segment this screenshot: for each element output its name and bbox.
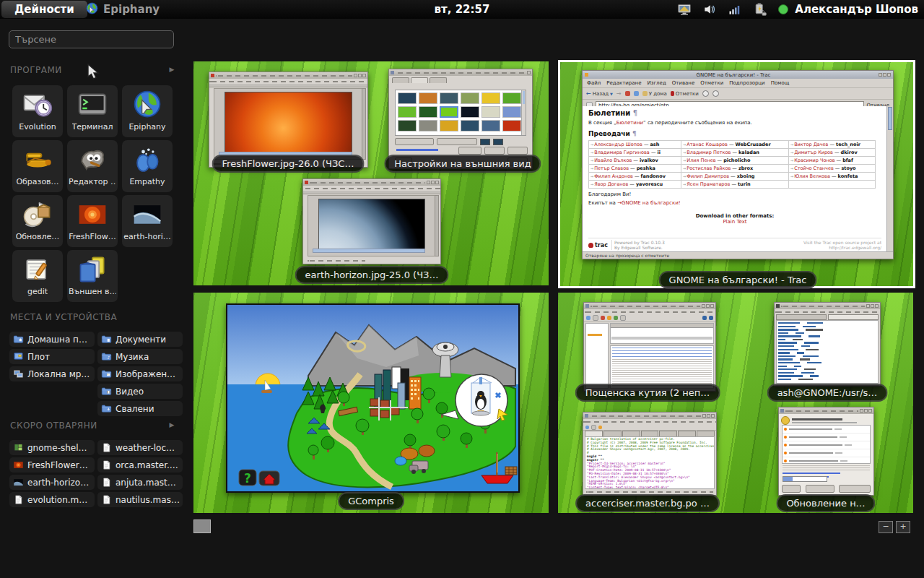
- workspace-indicator[interactable]: [193, 519, 211, 533]
- color-swatch-2[interactable]: [493, 139, 503, 145]
- wallpaper-thumbnail[interactable]: [398, 106, 417, 118]
- workspace-3[interactable]: ? GCompris: [193, 293, 549, 513]
- recent-item-document[interactable]: weather-loc…: [97, 440, 183, 455]
- place-item-folder-home[interactable]: Домашна п…: [9, 332, 95, 347]
- translator-cell[interactable]: Красимир Чонов — bfaf: [788, 157, 875, 165]
- wallpaper-thumbnail[interactable]: [398, 120, 417, 131]
- activities-button[interactable]: Дейности: [1, 1, 87, 18]
- translator-cell[interactable]: Стойчо Станчев — stoyo: [788, 165, 875, 173]
- browser-menu-item[interactable]: Подпрозорци: [729, 80, 764, 86]
- plain-text-link[interactable]: Plain Text: [588, 219, 881, 225]
- add-workspace-button[interactable]: +: [896, 521, 910, 533]
- place-item-folder-music[interactable]: ♪Музика: [97, 349, 183, 364]
- bulletins-link[interactable]: Бюлетини: [616, 120, 643, 126]
- translator-cell[interactable]: Илия Пенев — picholicho: [681, 157, 789, 165]
- wallpaper-thumbnail[interactable]: [461, 92, 479, 104]
- wallpaper-thumbnail[interactable]: [502, 106, 521, 118]
- clock[interactable]: вт, 22:57: [435, 0, 490, 19]
- color-swatch-1[interactable]: [480, 139, 490, 145]
- translator-cell[interactable]: Явор Доганов — yavorescu: [589, 181, 681, 189]
- remove-button[interactable]: [484, 147, 505, 155]
- wallpaper-thumbnail[interactable]: [481, 92, 500, 104]
- update-row[interactable]: [783, 434, 870, 441]
- translator-cell[interactable]: Владимир Петков — kaladan: [681, 149, 789, 157]
- place-item-desktop[interactable]: Плот: [9, 349, 95, 364]
- message-list[interactable]: [610, 323, 714, 344]
- terminal-output[interactable]: [776, 320, 879, 384]
- minimize-button[interactable]: [879, 73, 882, 77]
- forward-button[interactable]: →: [616, 90, 622, 97]
- window-gcompris[interactable]: ?: [226, 303, 520, 493]
- recent-item-document[interactable]: orca.master.…: [97, 457, 183, 473]
- browser-menu-item[interactable]: Изглед: [647, 80, 666, 86]
- browser-menu-item[interactable]: Редактиране: [606, 80, 641, 86]
- app-tile-evolution[interactable]: Evolution: [12, 85, 63, 137]
- translator-cell[interactable]: Ясен Праматаров — turin: [681, 181, 789, 189]
- app-tile-gimp[interactable]: Редактор …: [67, 140, 118, 192]
- translator-cell[interactable]: Виктор Дачев — tech_noir: [788, 141, 875, 149]
- zoom-in-icon[interactable]: [702, 90, 709, 97]
- bookmarks-button[interactable]: Отметки: [671, 91, 699, 97]
- install-updates-button[interactable]: [839, 485, 871, 493]
- window-update-manager[interactable]: [778, 407, 874, 496]
- app-tile-gedit[interactable]: gedit: [12, 250, 63, 302]
- check-button[interactable]: [806, 485, 834, 493]
- restore-button[interactable]: [458, 147, 481, 155]
- wallpaper-thumbnail[interactable]: [419, 92, 437, 104]
- add-button[interactable]: [507, 147, 528, 155]
- window-gedit[interactable]: # Bulgarian translation of accerciser po…: [583, 412, 717, 496]
- browser-menu-item[interactable]: Отметки: [700, 80, 723, 86]
- translator-cell[interactable]: Димитър Киров — dkirov: [788, 149, 875, 157]
- app-tile-appearance[interactable]: Външен в…: [67, 250, 118, 302]
- recent-item-image-screenshot[interactable]: gnome-shel…: [9, 440, 95, 455]
- reload-button[interactable]: [634, 91, 639, 96]
- wallpaper-thumbnail[interactable]: [502, 92, 521, 104]
- wallpaper-thumbnail[interactable]: [481, 120, 500, 131]
- home-button[interactable]: У дома: [642, 91, 667, 97]
- network-signal-icon[interactable]: [728, 2, 742, 17]
- window-evolution-mail[interactable]: [583, 302, 716, 392]
- presence-status-icon[interactable]: [778, 4, 788, 14]
- browser-menu-item[interactable]: Отиване: [672, 80, 694, 86]
- translator-cell[interactable]: Ивайло Вълков — ivalkov: [589, 157, 681, 165]
- app-tile-empathy[interactable]: Empathy: [122, 140, 173, 192]
- browser-menu-item[interactable]: Помощ: [771, 80, 790, 86]
- app-tile-updates[interactable]: Обновле…: [12, 195, 63, 247]
- recent-item-document[interactable]: anjuta.mast…: [97, 475, 183, 490]
- v-scrollbar[interactable]: [435, 195, 439, 256]
- update-row[interactable]: [783, 457, 870, 464]
- translator-cell[interactable]: Филип Андонов — fandonov: [589, 173, 681, 181]
- edgewall-link[interactable]: http://trac.edgewall.org/: [803, 245, 881, 250]
- appearance-tabs[interactable]: [389, 76, 532, 83]
- wallpaper-thumbnail[interactable]: [419, 120, 437, 131]
- update-row[interactable]: [783, 449, 870, 457]
- updates-list[interactable]: [782, 425, 871, 464]
- gnome-bg-link[interactable]: →GNOME на български!: [617, 200, 680, 206]
- place-item-network[interactable]: Локална мр…: [9, 366, 95, 381]
- wallpaper-thumbnail[interactable]: [440, 92, 458, 104]
- v-scrollbar[interactable]: [362, 88, 366, 160]
- wallpaper-thumbnail[interactable]: [398, 92, 417, 104]
- volume-icon[interactable]: [702, 2, 717, 17]
- wallpaper-thumbnail[interactable]: [440, 120, 458, 131]
- zoom-out-icon[interactable]: [712, 90, 719, 97]
- close-button[interactable]: [887, 73, 891, 77]
- stop-button[interactable]: [625, 91, 630, 96]
- back-button[interactable]: ←Назад▼: [586, 90, 613, 97]
- place-item-folder-pictures[interactable]: Изображен…: [97, 366, 183, 381]
- translator-cell[interactable]: Юлия Велкова — konfeta: [788, 173, 875, 181]
- translator-cell[interactable]: Владимира Гиргинова — ii: [589, 149, 681, 157]
- terminal-tabs[interactable]: [776, 314, 879, 320]
- app-tile-freshflower[interactable]: FreshFlow…: [67, 195, 118, 247]
- app-tile-terminal[interactable]: Терминал: [67, 85, 118, 137]
- workspace-1[interactable]: FreshFlower.jpg-26.0 (ЧЗС…: [193, 61, 549, 285]
- maximize-button[interactable]: [883, 73, 886, 77]
- wallpaper-thumbnail[interactable]: [502, 120, 521, 131]
- translator-cell[interactable]: Александър Шопов — ash: [589, 141, 681, 149]
- window-terminal[interactable]: [774, 302, 881, 387]
- window-gimp-freshflower[interactable]: [209, 72, 368, 168]
- window-gimp-earth[interactable]: [302, 178, 441, 264]
- search-input[interactable]: [9, 31, 185, 48]
- display-icon[interactable]: [677, 2, 692, 17]
- preview-pane[interactable]: [610, 345, 714, 389]
